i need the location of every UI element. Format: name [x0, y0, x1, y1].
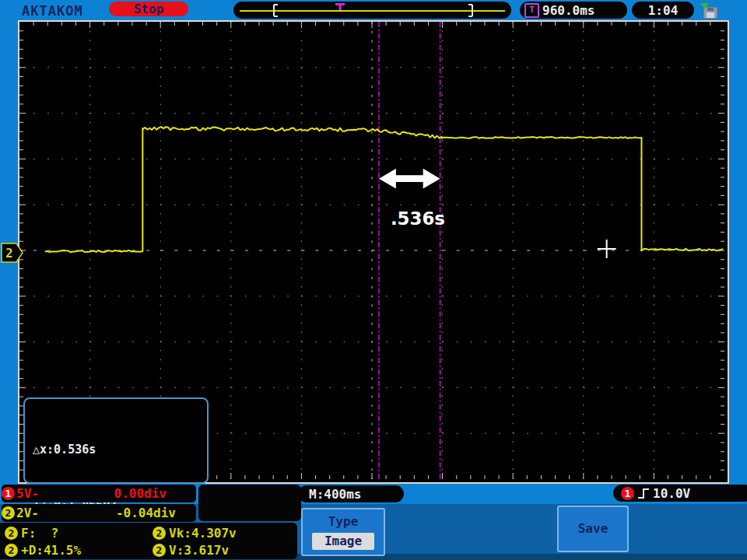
ch1-offset: 0.00div	[114, 486, 167, 501]
cursor-dx-readout: △x:0.536s	[33, 440, 207, 459]
memory-window-graphic	[233, 2, 511, 19]
cursor-measurement-box: △x:0.536s 1/△x:1.866HZ x1:-1.008s x2:-1.…	[23, 397, 209, 484]
timebase-readout: M:400ms	[298, 485, 404, 502]
ch1-status-bar: 1 5V- 0.00div	[2, 485, 196, 502]
trigger-delay-value: 960.0ms	[542, 3, 594, 18]
type-softkey-button[interactable]: Type Image	[301, 508, 385, 556]
trigger-delay-readout: T 960.0ms	[520, 2, 627, 19]
trigger-position-icon[interactable]	[335, 3, 345, 10]
ch1-badge: 1	[2, 487, 15, 500]
meas-duty: +D:41.5%	[21, 543, 81, 558]
trigger-source-badge: 1	[621, 487, 634, 500]
type-selected-value[interactable]: Image	[312, 533, 374, 550]
ch2-scale: 2V-	[16, 506, 39, 520]
meas-vk-badge: 2	[153, 527, 166, 540]
meas-v-badge: 2	[153, 544, 166, 557]
ch2-badge: 2	[2, 506, 15, 520]
meas-v: V:3.617v	[169, 543, 229, 558]
type-button-label: Type	[303, 514, 384, 529]
ch2-marker-label: 2	[5, 246, 13, 261]
brand-logo: AKTAKOM	[22, 3, 83, 19]
meas-duty-badge: 2	[5, 544, 18, 557]
measurements-box: 2 F: ? 2 Vk:4.307v 2 +D:41.5% 2 V:3.617v	[0, 523, 297, 559]
ch1-scale: 5V-	[16, 486, 39, 501]
memory-window-bar[interactable]	[233, 2, 511, 19]
save-softkey-button[interactable]: Save	[557, 506, 629, 552]
meas-vk: Vk:4.307v	[169, 526, 237, 541]
ch2-offset: -0.04div	[116, 506, 176, 520]
trigger-level-readout: 1 10.0V	[613, 485, 747, 502]
delta-arrow-icon	[379, 169, 440, 189]
measurements-row-1: 2 F: ? 2 Vk:4.307v	[0, 524, 297, 542]
run-state-badge: Stop	[109, 2, 188, 16]
ch2-position-marker[interactable]: 2	[1, 241, 26, 264]
clock-readout: 1:04	[632, 2, 694, 19]
trigger-T-icon: T	[524, 3, 539, 18]
meas-freq: F: ?	[21, 526, 58, 541]
oscilloscope-display: AKTAKOM Stop T 960.0ms 1:04 .536s 2 △x:0…	[0, 0, 747, 560]
trigger-level-value: 10.0V	[653, 486, 690, 501]
ch2-status-bar: 2 2V- -0.04div	[2, 504, 196, 522]
delta-time-annotation: .536s	[391, 208, 445, 229]
meas-freq-badge: 2	[5, 527, 18, 540]
usb-storage-icon	[699, 2, 721, 19]
measurements-row-2: 2 +D:41.5% 2 V:3.617v	[0, 541, 297, 559]
ch2-waveform-trace	[45, 127, 723, 252]
rising-edge-icon	[637, 486, 650, 500]
acquisition-info-box: (1.25KS/s) Depth:10K	[198, 485, 301, 521]
